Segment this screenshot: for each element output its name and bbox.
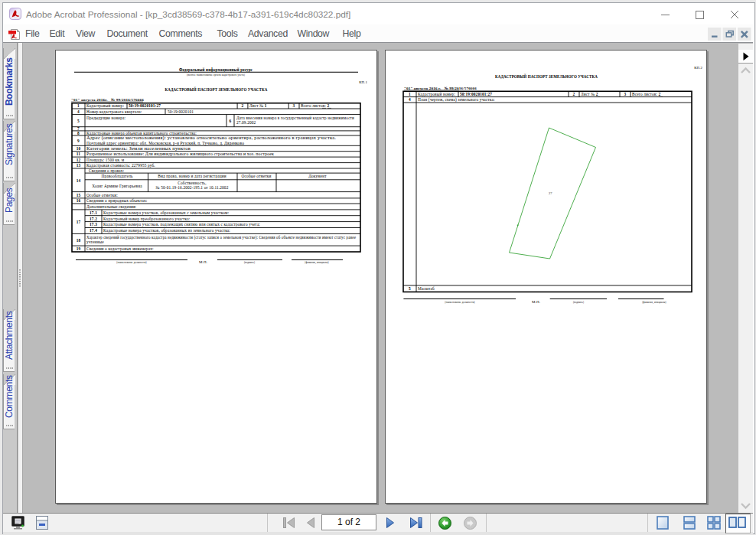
svg-text:Дата внесения номера в государ: Дата внесения номера в государственный к…: [236, 116, 354, 120]
svg-text:М.П.: М.П.: [532, 300, 540, 304]
svg-text:11: 11: [77, 152, 81, 156]
svg-text:КАДАСТРОВЫЙ ПАСПОРТ ЗЕМЕЛЬНОГО: КАДАСТРОВЫЙ ПАСПОРТ ЗЕМЕЛЬНОГО УЧАСТКА: [165, 86, 269, 92]
svg-text:27.09.2002: 27.09.2002: [236, 120, 256, 125]
svg-text:5: 5: [77, 119, 80, 123]
svg-text:Вид права, номер и дата регист: Вид права, номер и дата регистрации: [158, 174, 226, 178]
svg-text:10: 10: [77, 146, 81, 151]
svg-text:"01" августа 2016г. № 99/201: "01" августа 2016г. № 99/2016/576666: [71, 98, 144, 102]
svg-text:16: 16: [77, 198, 81, 203]
svg-text:Кадастровые номера участков, о: Кадастровые номера участков, образованны…: [103, 210, 229, 215]
svg-text:17.4: 17.4: [90, 228, 97, 233]
svg-text:Документ: Документ: [308, 174, 327, 178]
svg-text:15: 15: [77, 193, 81, 197]
svg-text:Сведения о природных объектах:: Сведения о природных объектах:: [86, 198, 148, 203]
svg-text:Сведения о кадастровых инженер: Сведения о кадастровых инженерах:: [86, 246, 154, 251]
svg-text:17.2: 17.2: [90, 217, 97, 221]
svg-text:"01" августа 2016 г. № 99/20: "01" августа 2016 г. № 99/2016/576666: [404, 86, 477, 90]
svg-text:1: 1: [409, 92, 411, 96]
svg-text:(наименование должности): (наименование должности): [116, 261, 147, 264]
svg-text:6: 6: [230, 119, 232, 123]
svg-text:3: 3: [293, 103, 295, 108]
svg-text:Правообладатель: Правообладатель: [101, 174, 132, 178]
svg-text:9: 9: [77, 139, 80, 143]
svg-text:Федеральный информационный рес: Федеральный информационный ресурс: [179, 67, 253, 72]
svg-text:5: 5: [409, 286, 411, 291]
svg-text:3: 3: [624, 92, 627, 96]
svg-text:19: 19: [77, 246, 81, 251]
svg-text:Разрешенное использование: Для: Разрешенное использование: Для индивидуа…: [86, 152, 274, 156]
svg-text:1: 1: [77, 103, 80, 108]
svg-text:Характер сведений государствен: Характер сведений государственного кадас…: [86, 235, 356, 240]
svg-text:Предыдущие номера:: Предыдущие номера:: [86, 116, 126, 120]
svg-text:Всего листов: 2: Всего листов: 2: [301, 103, 329, 108]
svg-text:Кадастровый номер:: Кадастровый номер:: [418, 92, 455, 96]
svg-text:13: 13: [77, 163, 81, 168]
svg-text:2: 2: [242, 103, 244, 108]
svg-text:Кадастровые номера участков, о: Кадастровые номера участков, образованны…: [103, 228, 230, 233]
svg-text:Кадастровый номер:: Кадастровый номер:: [86, 103, 124, 108]
svg-text:Собственность,: Собственность,: [178, 181, 206, 185]
svg-text:КП.2: КП.2: [694, 66, 702, 70]
svg-text:14: 14: [77, 178, 81, 183]
svg-text:8: 8: [77, 131, 80, 135]
svg-text:Всего листов: 2: Всего листов: 2: [632, 92, 660, 96]
svg-text:(фамилия, инициалы): (фамилия, инициалы): [642, 301, 666, 305]
svg-text:(подпись): (подпись): [573, 301, 584, 304]
svg-text:50:19:0020101:27: 50:19:0020101:27: [129, 103, 161, 108]
svg-text:учтенные: учтенные: [86, 240, 104, 244]
svg-text:Номер кадастрового квартала:: Номер кадастрового квартала:: [86, 109, 142, 114]
svg-text:18: 18: [77, 238, 81, 243]
svg-text:Масштаб: Масштаб: [418, 286, 435, 291]
svg-text:Особые отметки:: Особые отметки:: [86, 193, 118, 197]
svg-text:2: 2: [573, 92, 575, 96]
svg-text:Кадастровые номера объектов ка: Кадастровые номера объектов капитального…: [86, 131, 197, 135]
svg-text:17.1: 17.1: [90, 210, 97, 215]
svg-text:КАДАСТРОВЫЙ ПАСПОРТ ЗЕМЕЛЬНОГО: КАДАСТРОВЫЙ ПАСПОРТ ЗЕМЕЛЬНОГО УЧАСТКА: [495, 73, 598, 79]
svg-text:КП.1: КП.1: [359, 80, 367, 84]
svg-text:50:19:0020101:27: 50:19:0020101:27: [460, 92, 492, 96]
svg-text:17: 17: [77, 220, 81, 224]
svg-text:Хоанг Армине Григорьевна: Хоанг Армине Григорьевна: [92, 184, 142, 188]
svg-text:(фамилия, инициалы): (фамилия, инициалы): [305, 261, 328, 265]
svg-text:№ 50-01.19-16.2002-195.1 от 10: № 50-01.19-16.2002-195.1 от 10.11.2002: [156, 185, 229, 190]
svg-text:Почтовый адрес ориентира: обл.: Почтовый адрес ориентира: обл. Московска…: [86, 141, 244, 145]
svg-text:27: 27: [549, 191, 552, 195]
svg-text:Особые отметки: Особые отметки: [241, 174, 271, 178]
svg-text:4: 4: [409, 97, 411, 102]
svg-text:Лист № 2: Лист № 2: [581, 92, 598, 96]
svg-text:17.3: 17.3: [90, 222, 97, 227]
svg-text:(полное наименование органа ка: (полное наименование органа кадастрового…: [187, 73, 245, 77]
svg-text:М.П.: М.П.: [199, 260, 207, 264]
svg-text:Категория земель: Земли населе: Категория земель: Земли населенных пункт…: [86, 146, 191, 151]
svg-text:50:19:0020101: 50:19:0020101: [168, 109, 194, 114]
svg-text:Дополнительные сведения:: Дополнительные сведения:: [86, 204, 136, 209]
svg-text:План (чертеж, схема) земельног: План (чертеж, схема) земельного участка:: [418, 97, 495, 103]
svg-text:Кадастровая стоимость: 2279955: Кадастровая стоимость: 2279955 руб.: [86, 163, 155, 168]
svg-text:Кадастровые номера участков, п: Кадастровые номера участков, подлежащих …: [103, 222, 260, 227]
svg-text:(подпись): (подпись): [244, 261, 255, 264]
svg-text:Сведения о правах:: Сведения о правах:: [89, 168, 125, 173]
svg-text:4: 4: [77, 109, 80, 114]
svg-text:Кадастровый номер преобразован: Кадастровый номер преобразованного участ…: [103, 217, 191, 221]
svg-text:(наименование должности): (наименование должности): [445, 301, 475, 304]
svg-text:Площадь: 1500 кв. м: Площадь: 1500 кв. м: [86, 158, 125, 162]
svg-text:Лист № 1: Лист № 1: [249, 103, 267, 108]
svg-text:12: 12: [77, 158, 81, 162]
